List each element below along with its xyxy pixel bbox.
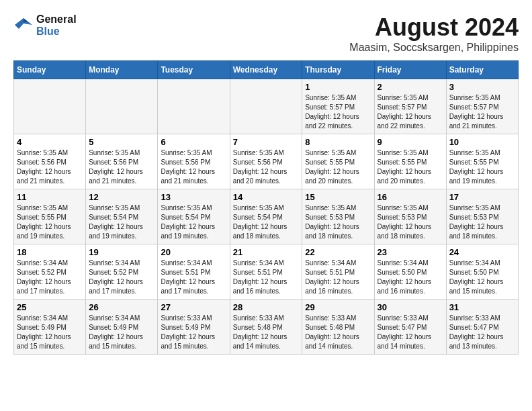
day-info: Sunrise: 5:35 AM Sunset: 5:54 PM Dayligh… xyxy=(233,203,300,241)
day-number: 24 xyxy=(449,247,515,257)
day-number: 31 xyxy=(449,302,515,312)
calendar-cell: 23Sunrise: 5:34 AM Sunset: 5:50 PM Dayli… xyxy=(374,244,446,300)
calendar-week-row: 4Sunrise: 5:35 AM Sunset: 5:56 PM Daylig… xyxy=(14,134,519,189)
logo: General Blue xyxy=(13,13,77,38)
calendar-cell: 26Sunrise: 5:34 AM Sunset: 5:49 PM Dayli… xyxy=(86,300,158,355)
day-info: Sunrise: 5:35 AM Sunset: 5:55 PM Dayligh… xyxy=(17,203,83,241)
calendar-cell: 24Sunrise: 5:34 AM Sunset: 5:50 PM Dayli… xyxy=(446,244,518,300)
day-info: Sunrise: 5:33 AM Sunset: 5:48 PM Dayligh… xyxy=(305,314,371,351)
day-number: 17 xyxy=(449,192,515,202)
calendar-table: SundayMondayTuesdayWednesdayThursdayFrid… xyxy=(13,60,519,355)
day-number: 1 xyxy=(305,82,371,92)
title-area: August 2024 Maasim, Soccsksargen, Philip… xyxy=(349,13,519,54)
calendar-cell: 2Sunrise: 5:35 AM Sunset: 5:57 PM Daylig… xyxy=(374,79,446,134)
calendar-cell: 27Sunrise: 5:33 AM Sunset: 5:49 PM Dayli… xyxy=(158,300,230,355)
calendar-week-row: 1Sunrise: 5:35 AM Sunset: 5:57 PM Daylig… xyxy=(14,79,519,134)
calendar-cell: 4Sunrise: 5:35 AM Sunset: 5:56 PM Daylig… xyxy=(14,134,86,189)
day-info: Sunrise: 5:34 AM Sunset: 5:52 PM Dayligh… xyxy=(17,259,83,296)
calendar-cell: 14Sunrise: 5:35 AM Sunset: 5:54 PM Dayli… xyxy=(230,189,302,244)
calendar-cell: 10Sunrise: 5:35 AM Sunset: 5:55 PM Dayli… xyxy=(446,134,518,189)
day-info: Sunrise: 5:35 AM Sunset: 5:56 PM Dayligh… xyxy=(233,148,300,186)
weekday-header: Thursday xyxy=(302,61,374,79)
day-info: Sunrise: 5:35 AM Sunset: 5:57 PM Dayligh… xyxy=(378,93,443,131)
day-number: 3 xyxy=(449,82,515,92)
calendar-cell xyxy=(14,79,86,134)
logo-text: General Blue xyxy=(36,13,77,38)
day-number: 2 xyxy=(378,82,443,92)
day-info: Sunrise: 5:33 AM Sunset: 5:47 PM Dayligh… xyxy=(449,314,515,351)
day-number: 9 xyxy=(378,137,443,147)
day-number: 16 xyxy=(378,192,443,202)
day-number: 10 xyxy=(449,137,515,147)
calendar-week-row: 18Sunrise: 5:34 AM Sunset: 5:52 PM Dayli… xyxy=(14,244,519,300)
calendar-week-row: 11Sunrise: 5:35 AM Sunset: 5:55 PM Dayli… xyxy=(14,189,519,244)
day-number: 5 xyxy=(89,137,154,147)
calendar-cell xyxy=(158,79,230,134)
day-number: 19 xyxy=(89,247,154,257)
day-info: Sunrise: 5:34 AM Sunset: 5:52 PM Dayligh… xyxy=(89,259,154,296)
day-number: 20 xyxy=(161,247,226,257)
day-info: Sunrise: 5:35 AM Sunset: 5:53 PM Dayligh… xyxy=(378,203,443,241)
day-number: 18 xyxy=(17,247,83,257)
weekday-header: Saturday xyxy=(446,61,518,79)
day-info: Sunrise: 5:34 AM Sunset: 5:51 PM Dayligh… xyxy=(305,259,371,296)
day-info: Sunrise: 5:35 AM Sunset: 5:55 PM Dayligh… xyxy=(305,148,371,186)
calendar-cell: 20Sunrise: 5:34 AM Sunset: 5:51 PM Dayli… xyxy=(158,244,230,300)
calendar-cell: 7Sunrise: 5:35 AM Sunset: 5:56 PM Daylig… xyxy=(230,134,302,189)
day-number: 23 xyxy=(378,247,443,257)
day-info: Sunrise: 5:34 AM Sunset: 5:50 PM Dayligh… xyxy=(449,259,515,296)
day-number: 29 xyxy=(305,302,371,312)
weekday-header: Monday xyxy=(86,61,158,79)
weekday-header: Tuesday xyxy=(158,61,230,79)
calendar-cell: 13Sunrise: 5:35 AM Sunset: 5:54 PM Dayli… xyxy=(158,189,230,244)
calendar-cell: 22Sunrise: 5:34 AM Sunset: 5:51 PM Dayli… xyxy=(302,244,374,300)
day-info: Sunrise: 5:34 AM Sunset: 5:51 PM Dayligh… xyxy=(161,259,226,296)
location-title: Maasim, Soccsksargen, Philippines xyxy=(349,42,519,54)
day-number: 7 xyxy=(233,137,300,147)
day-info: Sunrise: 5:35 AM Sunset: 5:56 PM Dayligh… xyxy=(89,148,154,186)
day-info: Sunrise: 5:35 AM Sunset: 5:55 PM Dayligh… xyxy=(449,148,515,186)
calendar-cell: 8Sunrise: 5:35 AM Sunset: 5:55 PM Daylig… xyxy=(302,134,374,189)
month-title: August 2024 xyxy=(349,13,519,42)
calendar-cell: 21Sunrise: 5:34 AM Sunset: 5:51 PM Dayli… xyxy=(230,244,302,300)
calendar-cell: 5Sunrise: 5:35 AM Sunset: 5:56 PM Daylig… xyxy=(86,134,158,189)
day-number: 30 xyxy=(378,302,443,312)
day-info: Sunrise: 5:35 AM Sunset: 5:56 PM Dayligh… xyxy=(161,148,226,186)
calendar-cell: 12Sunrise: 5:35 AM Sunset: 5:54 PM Dayli… xyxy=(86,189,158,244)
weekday-header: Friday xyxy=(374,61,446,79)
day-number: 11 xyxy=(17,192,83,202)
calendar-cell: 19Sunrise: 5:34 AM Sunset: 5:52 PM Dayli… xyxy=(86,244,158,300)
day-number: 28 xyxy=(233,302,300,312)
calendar-cell: 18Sunrise: 5:34 AM Sunset: 5:52 PM Dayli… xyxy=(14,244,86,300)
calendar-cell: 11Sunrise: 5:35 AM Sunset: 5:55 PM Dayli… xyxy=(14,189,86,244)
calendar-cell xyxy=(86,79,158,134)
day-info: Sunrise: 5:35 AM Sunset: 5:53 PM Dayligh… xyxy=(449,203,515,241)
day-info: Sunrise: 5:33 AM Sunset: 5:47 PM Dayligh… xyxy=(378,314,443,351)
weekday-header: Wednesday xyxy=(230,61,302,79)
day-info: Sunrise: 5:35 AM Sunset: 5:57 PM Dayligh… xyxy=(305,93,371,131)
day-number: 4 xyxy=(17,137,83,147)
day-number: 15 xyxy=(305,192,371,202)
weekday-header-row: SundayMondayTuesdayWednesdayThursdayFrid… xyxy=(14,61,519,79)
calendar-cell xyxy=(230,79,302,134)
day-info: Sunrise: 5:35 AM Sunset: 5:54 PM Dayligh… xyxy=(161,203,226,241)
day-number: 6 xyxy=(161,137,226,147)
day-number: 8 xyxy=(305,137,371,147)
day-info: Sunrise: 5:35 AM Sunset: 5:57 PM Dayligh… xyxy=(449,93,515,131)
day-info: Sunrise: 5:34 AM Sunset: 5:49 PM Dayligh… xyxy=(17,314,83,351)
calendar-cell: 9Sunrise: 5:35 AM Sunset: 5:55 PM Daylig… xyxy=(374,134,446,189)
day-number: 21 xyxy=(233,247,300,257)
day-number: 27 xyxy=(161,302,226,312)
day-number: 22 xyxy=(305,247,371,257)
calendar-cell: 6Sunrise: 5:35 AM Sunset: 5:56 PM Daylig… xyxy=(158,134,230,189)
day-info: Sunrise: 5:35 AM Sunset: 5:54 PM Dayligh… xyxy=(89,203,154,241)
day-info: Sunrise: 5:34 AM Sunset: 5:50 PM Dayligh… xyxy=(378,259,443,296)
calendar-cell: 28Sunrise: 5:33 AM Sunset: 5:48 PM Dayli… xyxy=(230,300,302,355)
calendar-cell: 3Sunrise: 5:35 AM Sunset: 5:57 PM Daylig… xyxy=(446,79,518,134)
day-number: 13 xyxy=(161,192,226,202)
day-info: Sunrise: 5:33 AM Sunset: 5:48 PM Dayligh… xyxy=(233,314,300,351)
day-number: 14 xyxy=(233,192,300,202)
day-info: Sunrise: 5:34 AM Sunset: 5:49 PM Dayligh… xyxy=(89,314,154,351)
calendar-cell: 17Sunrise: 5:35 AM Sunset: 5:53 PM Dayli… xyxy=(446,189,518,244)
day-info: Sunrise: 5:35 AM Sunset: 5:53 PM Dayligh… xyxy=(305,203,371,241)
